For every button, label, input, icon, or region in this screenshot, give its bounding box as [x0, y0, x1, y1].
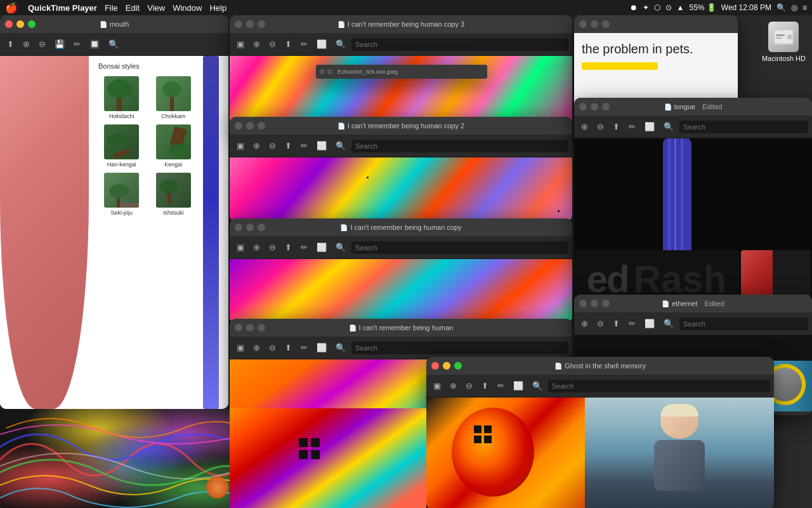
t-pencil[interactable]: ✏	[298, 139, 311, 152]
min-btn[interactable]	[246, 224, 254, 231]
t-share[interactable]: ⬆	[478, 379, 492, 392]
apple-menu[interactable]: 🍎	[5, 2, 18, 14]
t-zoomin[interactable]: ⊕	[250, 139, 263, 152]
timemachine-icon[interactable]: ⊙	[665, 3, 672, 12]
t-loupe[interactable]: 🔍	[332, 139, 349, 152]
bluetooth-icon[interactable]: ✦	[643, 3, 649, 12]
toolbar-loupe[interactable]: 🔍	[105, 37, 122, 51]
close-btn-red[interactable]	[431, 362, 439, 370]
max-btn[interactable]	[602, 20, 610, 28]
t-zoomout[interactable]: ⊖	[594, 317, 607, 330]
t-view[interactable]: ▣	[430, 379, 444, 392]
record-icon[interactable]: ⏺	[630, 3, 638, 12]
t-zoomin[interactable]: ⊕	[578, 317, 591, 330]
toolbar-zoomin[interactable]: ⊕	[20, 37, 33, 51]
min-btn-yellow[interactable]	[443, 362, 450, 370]
menu-edit[interactable]: Edit	[126, 3, 140, 13]
icr2-search[interactable]	[351, 140, 568, 152]
t-pencil[interactable]: ✏	[298, 241, 311, 254]
icr0-search[interactable]	[351, 342, 568, 354]
t-view[interactable]: ▣	[233, 37, 247, 51]
icr3-search[interactable]	[351, 38, 568, 51]
t-stamp[interactable]: ⬜	[313, 37, 330, 51]
t-loupe[interactable]: 🔍	[529, 379, 546, 392]
min-btn[interactable]	[591, 300, 598, 307]
t-pencil[interactable]: ✏	[625, 120, 639, 133]
max-btn[interactable]	[258, 122, 265, 130]
macintosh-hd-icon[interactable]: Macintosh HD	[762, 22, 806, 62]
controlcenter-icon[interactable]: ≡	[802, 3, 807, 12]
close-btn[interactable]	[579, 20, 587, 28]
t-share[interactable]: ⬆	[282, 341, 295, 354]
close-btn[interactable]	[235, 20, 242, 28]
min-btn[interactable]	[246, 122, 254, 130]
t-zoomout[interactable]: ⊖	[266, 37, 279, 51]
t-loupe[interactable]: 🔍	[332, 341, 349, 354]
t-view[interactable]: ▣	[233, 139, 247, 152]
ghost-search[interactable]	[548, 380, 770, 392]
t-share[interactable]: ⬆	[610, 120, 623, 133]
close-btn[interactable]	[579, 300, 587, 307]
toolbar-stamp[interactable]: 🔲	[86, 37, 103, 51]
min-btn[interactable]	[591, 20, 598, 28]
spotlight-icon[interactable]: 🔍	[776, 3, 786, 12]
t-share[interactable]: ⬆	[610, 317, 623, 330]
min-btn[interactable]	[591, 103, 598, 110]
max-btn-green[interactable]	[454, 362, 462, 370]
t-zoomin[interactable]: ⊕	[250, 241, 263, 254]
t-share[interactable]: ⬆	[282, 139, 295, 152]
t-share[interactable]: ⬆	[282, 37, 295, 51]
t-stamp[interactable]: ⬜	[313, 241, 330, 254]
t-loupe[interactable]: 🔍	[660, 120, 677, 133]
t-pencil[interactable]: ✏	[625, 317, 639, 330]
max-btn[interactable]	[258, 20, 265, 28]
close-btn[interactable]	[235, 324, 242, 331]
t-zoomout[interactable]: ⊖	[462, 379, 476, 392]
close-btn[interactable]	[579, 103, 587, 110]
tongue-search[interactable]	[679, 121, 808, 133]
toolbar-save[interactable]: 💾	[51, 37, 68, 51]
t-zoomout[interactable]: ⊖	[266, 139, 279, 152]
toolbar-pencil[interactable]: ✏	[70, 37, 84, 51]
t-zoomout[interactable]: ⊖	[266, 241, 279, 254]
t-stamp[interactable]: ⬜	[313, 139, 330, 152]
t-zoomin[interactable]: ⊕	[578, 120, 591, 133]
t-zoomin[interactable]: ⊕	[250, 341, 263, 354]
t-zoomout[interactable]: ⊖	[594, 120, 607, 133]
siri-icon[interactable]: ◎	[791, 3, 797, 12]
max-btn[interactable]	[258, 224, 265, 231]
maximize-button[interactable]	[28, 20, 36, 28]
t-loupe[interactable]: 🔍	[660, 317, 677, 330]
t-stamp[interactable]: ⬜	[313, 341, 330, 354]
t-share[interactable]: ⬆	[282, 241, 295, 254]
menu-help[interactable]: Help	[209, 3, 226, 13]
min-btn[interactable]	[246, 324, 254, 331]
menu-file[interactable]: File	[105, 3, 118, 13]
t-pencil[interactable]: ✏	[494, 379, 508, 392]
t-view[interactable]: ▣	[233, 241, 247, 254]
eth-search[interactable]	[679, 318, 808, 330]
t-zoomin[interactable]: ⊕	[447, 379, 460, 392]
menu-window[interactable]: Window	[173, 3, 202, 13]
t-stamp[interactable]: ⬜	[641, 317, 658, 330]
airplay-icon[interactable]: ⬡	[654, 3, 660, 12]
t-pencil[interactable]: ✏	[298, 341, 311, 354]
t-stamp[interactable]: ⬜	[510, 379, 527, 392]
t-zoomin[interactable]: ⊕	[250, 37, 263, 51]
toolbar-share[interactable]: ⬆	[4, 37, 17, 51]
min-btn[interactable]	[246, 20, 254, 28]
icr1-search[interactable]	[351, 241, 568, 254]
menu-view[interactable]: View	[147, 3, 165, 13]
t-loupe[interactable]: 🔍	[332, 37, 349, 51]
t-loupe[interactable]: 🔍	[332, 241, 349, 254]
close-btn[interactable]	[235, 224, 242, 231]
t-stamp[interactable]: ⬜	[641, 120, 658, 133]
close-button[interactable]	[5, 20, 13, 28]
minimize-button[interactable]	[16, 20, 24, 28]
max-btn[interactable]	[602, 300, 610, 307]
max-btn[interactable]	[602, 103, 610, 110]
close-btn[interactable]	[235, 122, 242, 130]
t-pencil[interactable]: ✏	[298, 37, 311, 51]
toolbar-zoomout[interactable]: ⊖	[36, 37, 49, 51]
wifi-icon[interactable]: ▲	[677, 3, 684, 12]
